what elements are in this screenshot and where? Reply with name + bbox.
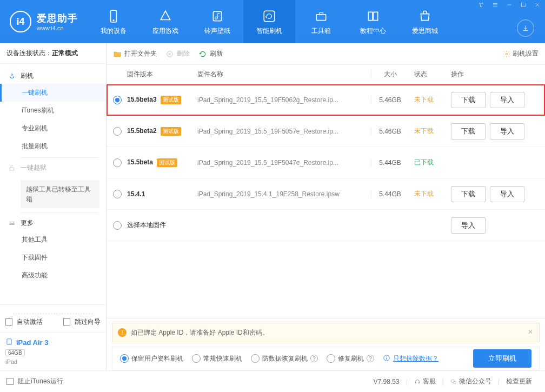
toolbox-icon — [313, 8, 329, 24]
table-row-local[interactable]: 选择本地固件导入 — [107, 210, 545, 241]
table-row[interactable]: 15.5beta2 测试版iPad_Spring_2019_15.5_19F50… — [107, 116, 545, 147]
sidebar: 设备连接状态：正常模式 刷机 一键刷机 iTunes刷机 专业刷机 批量刷机 一… — [0, 43, 107, 370]
open-folder-button[interactable]: 打开文件夹 — [113, 49, 157, 58]
import-button[interactable]: 导入 — [490, 123, 524, 139]
firmware-size: 5.44GB — [371, 190, 409, 198]
mode-radio[interactable] — [251, 354, 260, 363]
download-button[interactable]: 下载 — [451, 186, 486, 202]
mode-option[interactable]: 防数据恢复刷机? — [251, 354, 318, 363]
app-url: www.i4.cn — [37, 25, 78, 31]
sidebar-item-oneclick[interactable]: 一键刷机 — [0, 84, 106, 102]
close-icon[interactable] — [532, 0, 543, 10]
sidebar-item-pro[interactable]: 专业刷机 — [0, 119, 106, 137]
row-radio[interactable] — [113, 158, 122, 167]
device-name: iPad Air 3 — [16, 338, 48, 347]
nav-apps[interactable]: 应用游戏 — [139, 0, 191, 43]
sidebar-item-download-fw[interactable]: 下载固件 — [0, 249, 106, 267]
minimize-icon[interactable] — [504, 0, 515, 10]
download-button[interactable]: 下载 — [451, 123, 486, 139]
info-icon — [383, 354, 390, 363]
firmware-status: 未下载 — [409, 95, 447, 104]
auto-activate-checkbox[interactable] — [5, 318, 12, 325]
skin-icon[interactable] — [476, 0, 487, 10]
row-radio[interactable] — [113, 96, 122, 104]
footer: 阻止iTunes运行 V7.98.53 | 客服 | 微信公众号 | 检查更新 — [0, 370, 545, 392]
sidebar-flash-header[interactable]: 刷机 — [0, 68, 106, 84]
table-row[interactable]: 15.4.1iPad_Spring_2019_15.4.1_19E258_Res… — [107, 178, 545, 210]
jailbreak-note: 越狱工具已转移至工具箱 — [21, 180, 99, 208]
mode-radio[interactable] — [327, 354, 335, 363]
row-radio[interactable] — [113, 190, 122, 198]
wechat-button[interactable]: 微信公众号 — [450, 377, 491, 386]
nav-my-device[interactable]: 我的设备 — [88, 0, 139, 43]
mode-option[interactable]: 修复刷机? — [327, 354, 374, 363]
menu-icon[interactable] — [490, 0, 501, 10]
mode-radio[interactable] — [192, 354, 201, 363]
nav-store[interactable]: 爱思商城 — [399, 0, 451, 43]
download-button[interactable] — [517, 19, 534, 37]
skip-guide-checkbox[interactable] — [63, 318, 70, 325]
svg-rect-5 — [316, 14, 325, 20]
sidebar-item-other[interactable]: 其他工具 — [0, 231, 106, 249]
header-name: 固件名称 — [197, 70, 371, 79]
sidebar-more-header[interactable]: 更多 — [0, 215, 106, 231]
header-status: 状态 — [409, 70, 447, 79]
header-size: 大小 — [371, 70, 409, 79]
nav-flash[interactable]: 智能刷机 — [243, 0, 295, 43]
device-status: 设备连接状态：正常模式 — [0, 43, 106, 64]
table-row[interactable]: 15.5beta3 测试版iPad_Spring_2019_15.5_19F50… — [107, 84, 545, 116]
nav-tutorials[interactable]: 教程中心 — [347, 0, 399, 43]
svg-point-13 — [451, 380, 454, 383]
sidebar-jailbreak-header: 一键越狱 — [0, 160, 106, 176]
svg-point-11 — [506, 53, 508, 55]
help-icon[interactable]: ? — [367, 355, 374, 362]
sidebar-item-batch[interactable]: 批量刷机 — [0, 137, 106, 155]
mode-label: 保留用户资料刷机 — [131, 354, 183, 363]
help-icon[interactable]: ? — [310, 355, 318, 362]
folder-icon — [113, 50, 122, 58]
warning-icon: ! — [118, 328, 127, 337]
firmware-status: 未下载 — [409, 127, 447, 136]
notice-text: 如已绑定 Apple ID，请准备好 Apple ID和密码。 — [131, 328, 269, 337]
mode-option[interactable]: 保留用户资料刷机 — [120, 354, 183, 363]
toolbar: 打开文件夹 删除 刷新 刷机设置 — [107, 43, 545, 65]
row-radio[interactable] — [113, 221, 122, 230]
import-button[interactable]: 导入 — [451, 217, 486, 234]
flash-settings-button[interactable]: 刷机设置 — [503, 49, 539, 58]
beta-badge: 测试版 — [161, 127, 181, 136]
logo-icon: i4 — [10, 11, 31, 32]
mode-radio[interactable] — [120, 354, 129, 363]
maximize-icon[interactable] — [518, 0, 529, 10]
import-button[interactable]: 导入 — [490, 92, 524, 108]
check-update-button[interactable]: 检查更新 — [506, 377, 532, 386]
update-label: 检查更新 — [506, 377, 532, 386]
support-button[interactable]: 客服 — [414, 377, 436, 386]
table-row[interactable]: 15.5beta 测试版iPad_Spring_2019_15.5_19F504… — [107, 147, 545, 178]
header-action: 操作 — [447, 70, 539, 79]
sidebar-item-itunes[interactable]: iTunes刷机 — [0, 102, 106, 119]
mode-option[interactable]: 常规快速刷机 — [192, 354, 242, 363]
divider — [21, 212, 98, 213]
nav-toolbox[interactable]: 工具箱 — [295, 0, 347, 43]
device-card[interactable]: iPad Air 3 64GB iPad — [0, 332, 106, 370]
firmware-name: iPad_Spring_2019_15.5_19F5062g_Restore.i… — [197, 96, 371, 104]
table-header: 固件版本 固件名称 大小 状态 操作 — [107, 65, 545, 84]
refresh-icon — [198, 50, 207, 58]
sidebar-section-label: 刷机 — [21, 71, 34, 81]
row-radio[interactable] — [113, 127, 122, 136]
nav-ringtones[interactable]: 铃声壁纸 — [191, 0, 243, 43]
clear-data-link[interactable]: 只想抹除数据？ — [393, 354, 438, 363]
delete-button[interactable]: 删除 — [165, 49, 190, 58]
firmware-size: 5.44GB — [371, 159, 409, 167]
refresh-button[interactable]: 刷新 — [198, 49, 223, 58]
sidebar-bottom: 自动激活 跳过向导 — [0, 304, 106, 332]
sidebar-section-label: 更多 — [21, 218, 34, 228]
block-itunes-checkbox[interactable] — [6, 378, 14, 385]
import-button[interactable]: 导入 — [490, 186, 524, 202]
device-icon — [105, 8, 122, 24]
book-icon — [365, 8, 381, 24]
download-button[interactable]: 下载 — [451, 92, 486, 108]
close-notice-button[interactable]: ✕ — [526, 328, 535, 336]
sidebar-item-advanced[interactable]: 高级功能 — [0, 267, 106, 284]
flash-now-button[interactable]: 立即刷机 — [473, 349, 531, 368]
